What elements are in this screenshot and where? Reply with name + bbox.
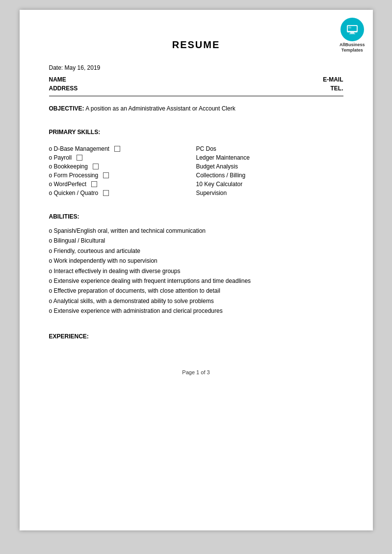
checkbox-4 <box>103 172 109 178</box>
name-label: NAME <box>49 76 66 83</box>
ability-2: o Bilingual / Bicultural <box>49 236 343 246</box>
skill-right-5: 10 Key Calculator <box>196 181 343 188</box>
abilities-section: ABILITIES: o Spanish/English oral, writt… <box>49 213 343 316</box>
skill-left-6: o Quicken / Quatro <box>49 190 196 196</box>
skill-left-2: o Payroll <box>49 154 196 161</box>
ability-5: o Interact effectively in dealing with d… <box>49 266 343 276</box>
footer-text: Page 1 of 3 <box>182 369 209 375</box>
ability-3: o Friendly, courteous and articulate <box>49 246 343 256</box>
skill-right-2: Ledger Maintenance <box>196 154 343 161</box>
checkbox-2 <box>77 155 82 161</box>
checkbox-3 <box>93 164 99 169</box>
header-divider <box>49 96 343 96</box>
address-label: ADDRESS <box>49 85 78 92</box>
skill-right-3: Budget Analysis <box>196 163 343 170</box>
skill-left-1: o D-Base Management <box>49 145 196 152</box>
ability-9: o Extensive experience with administrati… <box>49 306 343 316</box>
skill-right-6: Supervision <box>196 190 343 196</box>
ability-8: o Analytical skills, with a demonstrated… <box>49 296 343 306</box>
primary-skills-section: PRIMARY SKILLS: o D-Base Management PC D… <box>49 129 343 196</box>
logo-circle <box>340 18 364 41</box>
experience-title: EXPERIENCE: <box>49 333 343 340</box>
checkbox-5 <box>91 181 97 187</box>
logo-text: AllBusinessTemplates <box>340 42 365 53</box>
experience-section: EXPERIENCE: <box>49 333 343 340</box>
tel-label: TEL. <box>331 85 343 92</box>
skills-grid: o D-Base Management PC Dos o Payroll Led… <box>49 145 343 196</box>
objective-line: OBJECTIVE: A position as an Administrati… <box>49 105 343 112</box>
email-label: E-MAIL <box>323 76 343 83</box>
ability-4: o Work independently with no supervision <box>49 256 343 266</box>
date-label: Date: <box>49 64 63 71</box>
objective-section: OBJECTIVE: A position as an Administrati… <box>49 105 343 112</box>
logo-container: AllBusinessTemplates <box>340 18 365 53</box>
objective-text: A position as an Administrative Assistan… <box>85 105 235 112</box>
primary-skills-title: PRIMARY SKILLS: <box>49 129 343 136</box>
page-title: RESUME <box>49 39 343 51</box>
skill-left-5: o WordPerfect <box>49 181 196 188</box>
name-email-row: NAME E-MAIL <box>49 76 343 83</box>
abilities-title: ABILITIES: <box>49 213 343 220</box>
resume-page: AllBusinessTemplates RESUME Date: May 16… <box>20 10 373 530</box>
address-tel-row: ADDRESS TEL. <box>49 85 343 92</box>
date-value: May 16, 2019 <box>65 64 101 71</box>
page-footer: Page 1 of 3 <box>49 369 343 375</box>
skill-right-4: Collections / Billing <box>196 172 343 179</box>
skill-right-1: PC Dos <box>196 145 343 152</box>
checkbox-6 <box>103 190 109 196</box>
checkbox-1 <box>114 146 120 152</box>
logo-icon <box>345 23 359 36</box>
svg-rect-4 <box>348 27 351 28</box>
svg-rect-3 <box>349 33 355 34</box>
ability-7: o Effective preparation of documents, wi… <box>49 286 343 296</box>
ability-6: o Extensive experience dealing with freq… <box>49 276 343 286</box>
date-line: Date: May 16, 2019 <box>49 64 343 71</box>
skill-left-3: o Bookkeeping <box>49 163 196 170</box>
ability-1: o Spanish/English oral, written and tech… <box>49 226 343 236</box>
objective-label: OBJECTIVE: <box>49 105 84 112</box>
abilities-list: o Spanish/English oral, written and tech… <box>49 226 343 316</box>
skill-left-4: o Form Processing <box>49 172 196 179</box>
svg-rect-2 <box>350 32 354 33</box>
